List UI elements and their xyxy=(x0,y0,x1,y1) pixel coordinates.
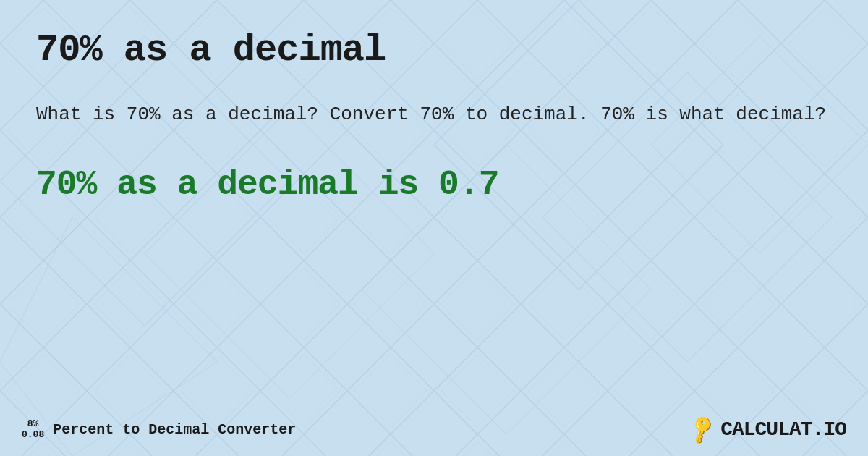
page-title: 70% as a decimal xyxy=(36,29,832,72)
footer-right: 🔑 CALCULAT.IO xyxy=(689,417,846,442)
result-text: 70% as a decimal is 0.7 xyxy=(36,165,832,204)
footer: 8% 0.08 Percent to Decimal Converter 🔑 C… xyxy=(0,417,868,442)
percent-top: 8% xyxy=(27,418,39,429)
description-text: What is 70% as a decimal? Convert 70% to… xyxy=(36,101,832,129)
footer-left: 8% 0.08 Percent to Decimal Converter xyxy=(22,418,296,440)
percent-bottom: 0.08 xyxy=(22,429,44,440)
percent-stack: 8% 0.08 xyxy=(22,418,44,440)
footer-label: Percent to Decimal Converter xyxy=(53,421,296,438)
key-icon: 🔑 xyxy=(685,413,719,447)
calculat-logo: CALCULAT.IO xyxy=(720,418,846,441)
